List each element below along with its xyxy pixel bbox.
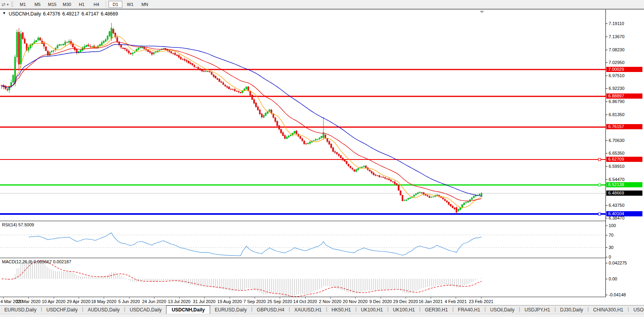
price-tick-mark	[606, 140, 607, 141]
date-label: 2 Nov 2020	[319, 299, 341, 304]
chart-tools-icon[interactable]: ⇄	[2, 2, 6, 7]
tab-usoil[interactable]: USOil,	[629, 306, 644, 314]
date-label: 23 Mar 2020	[16, 299, 41, 304]
tab-gbpusd-h4[interactable]: GBPUSD,H4	[252, 306, 288, 314]
current-price-badge: 6.48669	[606, 191, 642, 196]
timeframe-button-m30[interactable]: M30	[60, 1, 74, 8]
price-tick-mark	[606, 101, 607, 102]
tab-uk100-h1[interactable]: UK100,H1	[356, 306, 387, 314]
macd-tick-label: 0.042275	[609, 261, 627, 265]
chart-title: ▼ USDCNH,Daily 6.47376 6.49217 6.47147 6…	[2, 11, 118, 17]
tab-usdcad-daily[interactable]: USDCAD,Daily	[125, 306, 166, 314]
level-price-badge: 6.62709	[606, 157, 642, 162]
toolbar-grip[interactable]	[11, 2, 13, 7]
chart-high-value: 6.49217	[62, 11, 79, 17]
price-tick-mark	[606, 23, 607, 24]
timeframe-button-h1[interactable]: H1	[75, 1, 89, 8]
tab-hk50-h1[interactable]: HK50,H1	[327, 306, 356, 314]
price-tick-mark	[606, 115, 607, 115]
rsi-chart[interactable]	[0, 221, 605, 258]
rsi-tick-label: 0	[609, 255, 611, 259]
price-tick-label: 7.19110	[609, 21, 624, 26]
timeframe-button-h4[interactable]: H4	[89, 1, 103, 8]
date-tick-mark	[456, 297, 456, 299]
price-tick-mark	[606, 166, 607, 167]
timeframe-button-w1[interactable]: W1	[123, 1, 137, 8]
date-label: 10 Apr 2020	[42, 299, 65, 304]
price-tick-label: 6.81350	[609, 112, 625, 117]
price-tick-label: 6.70630	[609, 138, 625, 143]
date-tick-mark	[481, 297, 482, 299]
time-axis[interactable]: 4 Mar 202023 Mar 202010 Apr 202029 Apr 2…	[0, 297, 644, 305]
tab-eurusd-daily[interactable]: EURUSD,Daily	[0, 306, 41, 314]
macd-label: MACD(12,26,9) 0.005667 0.002187	[2, 259, 71, 264]
tab-ger30-h1[interactable]: GER30,H1	[420, 306, 452, 314]
price-tick-mark	[606, 50, 607, 50]
tab-uk100-h1[interactable]: UK100,H1	[389, 306, 419, 314]
moving-average-25	[2, 42, 482, 201]
tab-usdcnh-daily[interactable]: USDCNH,Daily	[166, 305, 210, 314]
timeframe-button-m5[interactable]: M5	[31, 1, 44, 8]
tab-usoil-daily[interactable]: USOil,Daily	[486, 306, 519, 314]
price-tick-label: 6.92230	[609, 86, 625, 91]
tab-dj30-daily[interactable]: DJ30,Daily	[556, 306, 588, 314]
date-label: 14 Oct 2020	[293, 299, 317, 304]
tab-xauusd-h1[interactable]: XAUUSD,H1	[290, 306, 326, 314]
macd-chart[interactable]	[0, 258, 605, 297]
tab-usdjpy-h1[interactable]: USDJPY,H1	[520, 306, 554, 314]
rsi-tick-label: 70	[609, 233, 613, 237]
timeframe-toolbar-buttons: M1M5M15M30H1H4D1W1MN	[15, 1, 152, 8]
date-tick-mark	[79, 297, 79, 299]
macd-tick-label: -0.04148	[609, 292, 626, 297]
price-tick-mark	[606, 62, 607, 63]
chevron-down-icon[interactable]: ▼	[6, 3, 9, 6]
rsi-tick-mark	[606, 235, 607, 235]
date-label: 13 Jul 2020	[168, 299, 191, 304]
timeframe-button-m1[interactable]: M1	[16, 1, 30, 8]
level-price-badge: 6.76157	[606, 124, 642, 129]
chart-low-value: 6.47147	[81, 11, 99, 17]
rsi-line	[29, 233, 482, 256]
moving-average-8	[2, 36, 482, 208]
chart-shift-icon	[480, 11, 484, 13]
timeframe-button-m15[interactable]: M15	[45, 1, 59, 8]
tab-fra40-h1[interactable]: FRA40,H1	[454, 306, 485, 314]
candlestick-chart[interactable]	[0, 10, 605, 221]
date-tick-mark	[54, 297, 54, 299]
collapse-triangle-icon[interactable]: ▼	[2, 11, 6, 17]
date-tick-mark	[280, 297, 280, 299]
toolbar-divider	[106, 1, 106, 8]
date-label: 31 Jul 2020	[193, 299, 216, 304]
date-tick-mark	[129, 297, 130, 299]
level-price-badge: 6.52138	[606, 182, 642, 187]
timeframe-button-d1[interactable]: D1	[108, 1, 122, 8]
date-tick-mark	[381, 297, 381, 299]
main-chart-panel[interactable]: ▼ USDCNH,Daily 6.47376 6.49217 6.47147 6…	[0, 10, 606, 221]
tab-china300-h1[interactable]: CHINA300,H1	[589, 306, 628, 314]
tab-usdchf-daily[interactable]: USDCHF,Daily	[42, 306, 82, 314]
price-tick-mark	[606, 37, 607, 37]
date-tick-mark	[204, 297, 205, 299]
timeframe-button-mn[interactable]: MN	[138, 1, 152, 8]
date-tick-mark	[3, 297, 4, 299]
price-tick-label: 6.54470	[609, 177, 625, 182]
date-label: 5 Jun 2020	[118, 299, 140, 304]
price-tick-label: 7.08230	[609, 47, 625, 52]
price-tick-label: 6.65350	[609, 151, 625, 156]
price-tick-mark	[606, 218, 607, 218]
tab-audusd-daily[interactable]: AUDUSD,Daily	[83, 306, 124, 314]
tab-eurusd-daily[interactable]: EURUSD,Daily	[210, 306, 251, 314]
macd-indicator-panel[interactable]: MACD(12,26,9) 0.005667 0.002187	[0, 258, 606, 297]
rsi-tick-label: 30	[609, 245, 613, 250]
macd-tick-label: 0.00	[609, 276, 617, 281]
rsi-tick-mark	[606, 257, 607, 257]
date-tick-mark	[230, 297, 230, 299]
price-axis[interactable]: 7.191107.136707.082307.029506.975106.922…	[606, 10, 644, 305]
price-tick-label: 6.43750	[609, 203, 625, 208]
date-tick-mark	[431, 297, 431, 299]
rsi-indicator-panel[interactable]: RSI(14) 57.5009	[0, 221, 606, 258]
level-price-badge: 6.88897	[606, 93, 642, 99]
date-label: 23 Feb 2021	[469, 299, 493, 304]
chart-tabs: EURUSD,Daily|USDCHF,Daily|AUDUSD,Daily|U…	[0, 305, 644, 314]
price-tick-label: 6.97510	[609, 73, 625, 78]
